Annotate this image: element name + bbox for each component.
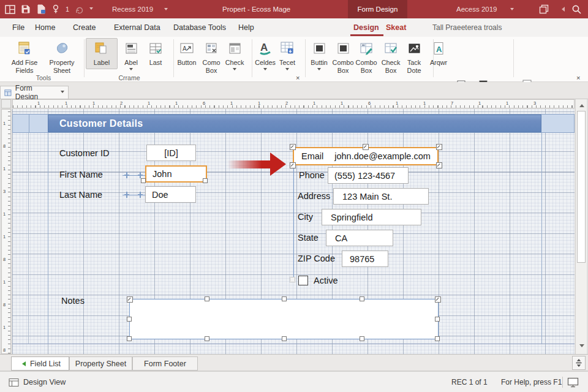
move-handle[interactable] xyxy=(127,296,133,303)
resize-handle[interactable] xyxy=(360,296,364,301)
tab-help[interactable]: Help xyxy=(238,18,254,37)
active-checkbox[interactable] xyxy=(298,276,308,285)
h-ruler-number: 6 xyxy=(368,100,371,106)
page-a-icon: A xyxy=(424,39,453,58)
add-existing-fields-button[interactable]: Add Fise Fields xyxy=(7,39,42,75)
ribbon-close-mark[interactable]: × xyxy=(296,74,300,81)
anchor-guide-line xyxy=(293,166,294,281)
field-label[interactable]: First Name xyxy=(59,170,103,180)
scroll-down-button[interactable] xyxy=(576,342,587,352)
tab-sheet[interactable]: Skeat xyxy=(386,18,406,37)
redo-icon[interactable] xyxy=(75,5,84,14)
tab-field-list[interactable]: Field List xyxy=(11,356,69,371)
ruler-corner xyxy=(1,99,11,108)
field-label[interactable]: Phone xyxy=(299,170,325,181)
tab-form-footer[interactable]: Form Footer xyxy=(132,356,198,371)
search-icon[interactable] xyxy=(571,4,582,17)
scroll-up-button[interactable] xyxy=(576,99,587,110)
last-control-button[interactable]: Last xyxy=(138,39,173,67)
field-label[interactable]: Last Name xyxy=(59,190,102,200)
resize-handle[interactable] xyxy=(205,296,209,301)
tab-create[interactable]: Create xyxy=(73,18,96,37)
resize-handle[interactable] xyxy=(141,178,146,183)
field-label[interactable]: State xyxy=(298,233,318,243)
resize-handle[interactable] xyxy=(203,178,208,183)
tab-external-data[interactable]: External Data xyxy=(114,18,160,37)
tell-me-text[interactable]: Tall Praeeterea troals xyxy=(432,18,502,37)
scrollbar-thumb[interactable] xyxy=(577,111,586,263)
field-label[interactable]: City xyxy=(298,212,313,222)
resize-handle[interactable] xyxy=(205,336,209,341)
field-label[interactable]: Notes xyxy=(61,296,85,306)
h-ruler-number: 1 xyxy=(230,100,233,106)
resize-handle[interactable] xyxy=(282,336,287,341)
tecet-button[interactable]: Tecet xyxy=(271,39,304,72)
h-ruler-number: 2 xyxy=(285,100,288,106)
field-label[interactable]: ZIP Code xyxy=(298,254,335,264)
title-contextual-tab[interactable]: Form Design xyxy=(348,0,407,18)
dropdown-chevron-icon[interactable] xyxy=(263,68,267,72)
dropdown-chevron-icon[interactable] xyxy=(129,68,133,72)
form-design-doc-tab[interactable]: Form Design xyxy=(0,86,69,99)
field-label[interactable]: Address xyxy=(298,191,330,202)
resize-handle-corner[interactable] xyxy=(436,162,442,168)
statusbar-divider xyxy=(562,377,563,388)
qat-customize-chevron-icon[interactable] xyxy=(89,7,93,12)
field-textbox[interactable]: 98765 xyxy=(342,251,388,267)
arqwr-button[interactable]: A Arqwr xyxy=(424,39,453,67)
resize-handle[interactable] xyxy=(282,296,287,301)
resize-handle[interactable] xyxy=(435,317,440,322)
resize-handle[interactable] xyxy=(360,336,364,341)
tab-database-tools[interactable]: Database Tools xyxy=(173,18,226,37)
pin-icon[interactable] xyxy=(51,4,60,14)
split-view-button[interactable] xyxy=(572,356,586,370)
tab-home[interactable]: Home xyxy=(35,18,55,37)
resize-handle-top[interactable] xyxy=(363,144,369,150)
group-divider xyxy=(84,39,85,77)
resize-handle[interactable] xyxy=(127,336,132,341)
field-textbox[interactable]: (555) 123-4567 xyxy=(328,167,409,184)
field-textbox-selected[interactable]: John xyxy=(145,165,207,183)
title-file-chevron-icon[interactable] xyxy=(164,8,168,12)
doc-tab-chevron-icon[interactable] xyxy=(61,91,64,95)
save-icon[interactable] xyxy=(21,4,31,14)
field-textbox[interactable]: Doe xyxy=(145,186,196,203)
title-app-chevron-icon[interactable] xyxy=(510,8,514,12)
view-shortcut-monitor-icon[interactable] xyxy=(567,377,579,390)
v-ruler-number: 1 xyxy=(3,211,6,217)
button-label: Add Fise Fields xyxy=(7,59,42,75)
resize-handle-corner[interactable] xyxy=(435,296,441,303)
table-badge-icon xyxy=(271,39,304,58)
tab-file[interactable]: File xyxy=(12,18,24,37)
field-textbox[interactable]: 123 Main St. xyxy=(333,188,429,205)
button-label: Last xyxy=(138,59,173,67)
app-icon[interactable] xyxy=(5,4,15,15)
file-icon[interactable] xyxy=(36,4,46,14)
field-textbox[interactable]: [ID] xyxy=(146,145,196,161)
resize-handle[interactable] xyxy=(435,336,440,341)
split-arrows-icon xyxy=(575,358,582,368)
resize-handle-corner[interactable] xyxy=(436,144,442,150)
field-textbox[interactable]: Springfield xyxy=(322,209,421,225)
collapse-arrow-icon[interactable] xyxy=(559,7,565,12)
dropdown-chevron-icon[interactable] xyxy=(285,68,289,72)
resize-handle-corner[interactable] xyxy=(290,144,296,150)
form-header-bar[interactable]: Customer Details xyxy=(48,115,541,132)
notes-textbox-selected[interactable] xyxy=(129,299,439,339)
resize-handle[interactable] xyxy=(127,317,132,322)
vertical-scrollbar[interactable] xyxy=(575,99,587,354)
check-control-button[interactable]: Check xyxy=(218,39,251,72)
property-sheet-button[interactable]: Property Sheet xyxy=(45,39,79,75)
restore-window-icon[interactable] xyxy=(539,4,549,17)
dropdown-chevron-icon[interactable] xyxy=(317,68,321,72)
field-label[interactable]: Customer ID xyxy=(59,148,109,159)
field-textbox[interactable]: CA xyxy=(326,230,393,246)
label-control-button[interactable]: Label xyxy=(86,38,118,69)
checkbox-label[interactable]: Active xyxy=(314,276,338,286)
form-design-grid[interactable]: Customer Details Customer ID [ID] First … xyxy=(12,109,575,354)
tab-property-sheet[interactable]: Property Sheet xyxy=(69,356,132,371)
ribbon-close-mark[interactable]: × xyxy=(576,74,580,81)
resize-handle-corner[interactable] xyxy=(290,162,296,168)
v-ruler-number: 8 xyxy=(3,143,6,149)
dropdown-chevron-icon[interactable] xyxy=(233,68,236,72)
